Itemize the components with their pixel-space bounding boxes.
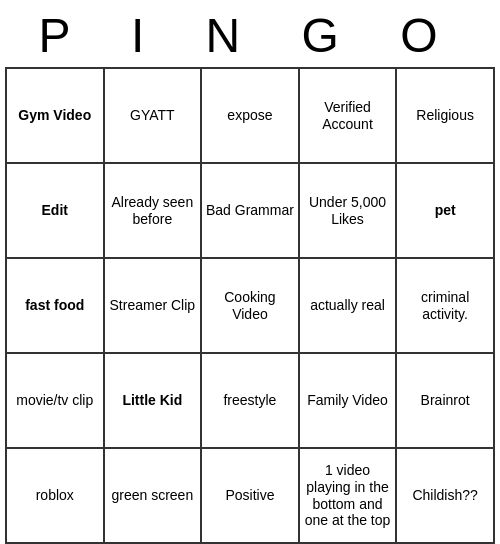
cell-1-4: pet: [396, 163, 494, 258]
bingo-title: P I N G O: [0, 0, 500, 67]
bingo-grid: Gym VideoGYATTexposeVerified AccountReli…: [5, 67, 495, 544]
cell-4-4: Childish??: [396, 448, 494, 543]
cell-0-2: expose: [201, 68, 299, 163]
cell-3-1: Little Kid: [104, 353, 202, 448]
cell-4-1: green screen: [104, 448, 202, 543]
cell-4-0: roblox: [6, 448, 104, 543]
cell-0-3: Verified Account: [299, 68, 397, 163]
cell-0-1: GYATT: [104, 68, 202, 163]
cell-2-4: criminal activity.: [396, 258, 494, 353]
cell-2-0: fast food: [6, 258, 104, 353]
cell-3-2: freestyle: [201, 353, 299, 448]
cell-1-2: Bad Grammar: [201, 163, 299, 258]
cell-1-3: Under 5,000 Likes: [299, 163, 397, 258]
cell-2-3: actually real: [299, 258, 397, 353]
cell-3-0: movie/tv clip: [6, 353, 104, 448]
cell-0-4: Religious: [396, 68, 494, 163]
cell-1-0: Edit: [6, 163, 104, 258]
cell-2-1: Streamer Clip: [104, 258, 202, 353]
cell-4-3: 1 video playing in the bottom and one at…: [299, 448, 397, 543]
cell-2-2: Cooking Video: [201, 258, 299, 353]
cell-3-4: Brainrot: [396, 353, 494, 448]
cell-0-0: Gym Video: [6, 68, 104, 163]
cell-1-1: Already seen before: [104, 163, 202, 258]
cell-4-2: Positive: [201, 448, 299, 543]
cell-3-3: Family Video: [299, 353, 397, 448]
